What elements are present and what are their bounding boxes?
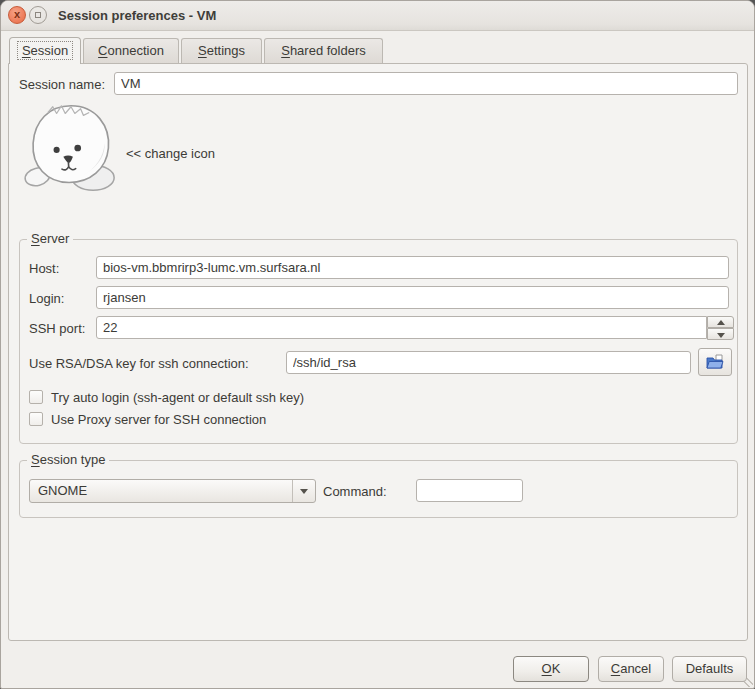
rsa-key-label: Use RSA/DSA key for ssh connection: [29,356,249,371]
session-preferences-dialog: x Session preferences - VM Session Conne… [0,0,755,689]
command-input[interactable] [416,479,523,502]
tab-shared-folders-label: Shared folders [281,43,366,58]
window-title: Session preferences - VM [58,8,216,23]
session-name-input[interactable] [114,72,738,95]
defaults-button[interactable]: Defaults [672,656,747,682]
tab-settings[interactable]: Settings [181,38,262,63]
close-icon[interactable]: x [8,6,26,24]
titlebar[interactable]: x Session preferences - VM [1,1,754,31]
tab-session-label: Session [18,42,72,59]
tab-shared-folders[interactable]: Shared folders [264,38,383,63]
server-group-title: Server [27,231,73,246]
ssh-port-input[interactable] [96,316,707,339]
open-folder-icon [706,354,724,370]
session-name-label: Session name: [19,77,105,92]
spin-down-icon[interactable] [707,328,734,340]
host-label: Host: [29,261,59,276]
auto-login-label: Try auto login (ssh-agent or default ssh… [51,390,304,405]
browse-key-button[interactable] [698,348,732,376]
auto-login-checkbox[interactable] [29,390,43,404]
ssh-port-spinner [707,316,734,341]
ssh-port-label: SSH port: [29,321,85,336]
maximize-square-glyph [35,12,41,18]
tab-settings-label: Settings [198,43,245,58]
login-label: Login: [29,291,64,306]
host-input[interactable] [96,256,729,279]
session-type-combobox[interactable]: GNOME [29,479,316,503]
ok-button[interactable]: OK [513,656,589,682]
chevron-down-icon [300,489,308,494]
seal-icon[interactable] [23,101,119,195]
command-label: Command: [323,484,387,499]
maximize-icon[interactable] [29,6,47,24]
tab-connection[interactable]: Connection [83,38,179,63]
spin-up-icon[interactable] [707,316,734,328]
rsa-key-input[interactable] [286,351,691,374]
tab-session[interactable]: Session [9,37,81,64]
cancel-button[interactable]: Cancel [598,656,664,682]
combo-dropdown-zone [292,480,315,502]
session-type-group-title: Session type [27,452,109,467]
tab-connection-label: Connection [98,43,164,58]
proxy-checkbox[interactable] [29,412,43,426]
session-type-value: GNOME [38,483,87,498]
login-input[interactable] [96,286,729,309]
change-icon-link[interactable]: << change icon [126,146,215,161]
proxy-label: Use Proxy server for SSH connection [51,412,266,427]
